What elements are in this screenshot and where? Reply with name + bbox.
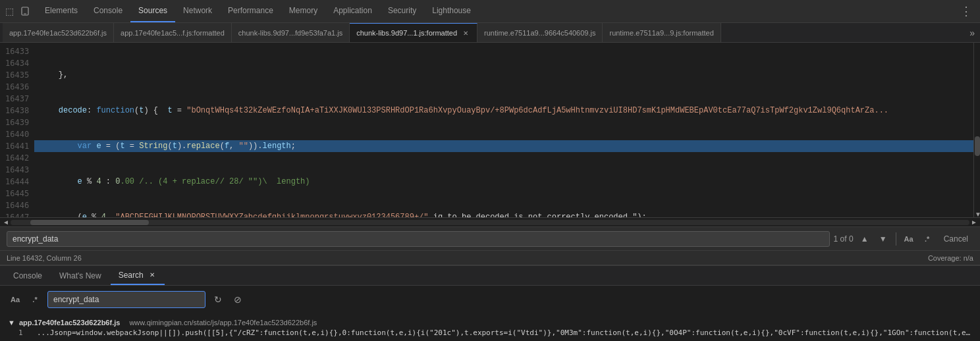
code-editor[interactable]: }, decode: function(t) { t = "bOnqtWHqs4…	[34, 43, 973, 217]
line-numbers: 16433 16434 16435 16436 16437 16438 1643…	[0, 43, 34, 217]
file-tab-1[interactable]: app.17e40fe1ac5...f.js:formatted	[114, 23, 232, 42]
file-tab-3[interactable]: chunk-libs.9d97...1.js:formatted ✕	[350, 23, 477, 42]
editor-scrollbar-horizontal[interactable]: ◄ ►	[0, 217, 980, 226]
bottom-search-input[interactable]	[47, 291, 205, 308]
code-line-16436: e % 4 : 0.00 /.. (4 + replace// 28/ "")\…	[34, 176, 973, 188]
tab-performance[interactable]: Performance	[220, 0, 281, 22]
tab-lighthouse[interactable]: Lighthouse	[424, 0, 479, 22]
editor-area: 16433 16434 16435 16436 16437 16438 1643…	[0, 43, 980, 217]
tab-application[interactable]: Application	[325, 0, 380, 22]
devtools-icon-inspect[interactable]: ⬚	[3, 5, 16, 18]
scroll-right-arrow[interactable]: ►	[969, 218, 979, 227]
find-cancel-button[interactable]: Cancel	[939, 232, 973, 246]
code-line-16435: var e = (t = String(t).replace(f, "")).l…	[34, 140, 973, 152]
tab-console[interactable]: Console	[86, 0, 130, 22]
find-input[interactable]	[7, 231, 830, 247]
find-separator-1	[896, 232, 896, 246]
search-result-file[interactable]: ▼ app.17e40fe1ac523d622b6f.js www.qiming…	[8, 319, 972, 327]
devtools-icon-mobile[interactable]	[18, 5, 32, 18]
coverage-status: Coverage: n/a	[928, 254, 973, 262]
settings-icon[interactable]: ⋮	[960, 4, 977, 18]
bottom-search-clear-button[interactable]: ⊘	[231, 292, 245, 307]
scrollbar-track-horizontal[interactable]	[11, 220, 969, 225]
find-prev-button[interactable]: ▲	[858, 232, 872, 246]
search-results: ▼ app.17e40fe1ac523d622b6f.js www.qiming…	[0, 316, 980, 341]
scroll-left-arrow[interactable]: ◄	[1, 218, 11, 227]
devtools-icons: ⬚	[3, 5, 32, 18]
result-line-text: ...Jsonp=window.webpackJsonp||[]).push([…	[37, 328, 972, 338]
file-tabs-overflow[interactable]: »	[964, 28, 980, 38]
tab-network[interactable]: Network	[175, 0, 220, 22]
file-tab-0[interactable]: app.17e40fe1ac523d622b6f.js	[3, 23, 114, 42]
bottom-search-panel: Aa .* ↻ ⊘	[0, 286, 980, 316]
bottom-tab-whats-new[interactable]: What's New	[51, 266, 109, 285]
bottom-tab-console[interactable]: Console	[5, 266, 50, 285]
tab-security[interactable]: Security	[380, 0, 424, 22]
find-match-case-button[interactable]: Aa	[902, 232, 916, 246]
scrollbar-thumb-vertical[interactable]	[975, 136, 980, 156]
tab-sources[interactable]: Sources	[130, 0, 175, 22]
bottom-panel: Console What's New Search ✕ Aa .* ↻ ⊘ ▼ …	[0, 265, 980, 341]
file-tab-4[interactable]: runtime.e7511a9...9664c540609.js	[477, 23, 603, 42]
file-tab-2[interactable]: chunk-libs.9d97...fd9e53fa7a1.js	[232, 23, 350, 42]
code-line-16433: },	[34, 69, 973, 81]
bottom-tab-search-close[interactable]: ✕	[148, 271, 157, 280]
scroll-down-arrow[interactable]: ▼	[975, 211, 980, 217]
bottom-search-row: Aa .* ↻ ⊘	[8, 291, 972, 308]
bottom-tabs: Console What's New Search ✕	[0, 266, 980, 286]
scrollbar-thumb-horizontal[interactable]	[30, 220, 149, 225]
status-bar: Line 16432, Column 26 Coverage: n/a	[0, 250, 980, 265]
search-result-line-1[interactable]: 1 ...Jsonp=window.webpackJsonp||[]).push…	[18, 328, 972, 338]
top-nav-bar: ⬚ Elements Console Sources Network Perfo…	[0, 0, 980, 23]
code-line-16434: decode: function(t) { t = "bOnqtWHqs4t32…	[34, 105, 973, 117]
find-next-button[interactable]: ▼	[876, 232, 890, 246]
file-tab-close-3[interactable]: ✕	[461, 28, 470, 38]
tab-memory[interactable]: Memory	[281, 0, 325, 22]
find-regex-button[interactable]: .*	[920, 232, 935, 246]
tab-elements[interactable]: Elements	[37, 0, 86, 22]
find-toolbar: 1 of 0 ▲ ▼ Aa .* Cancel	[0, 226, 980, 250]
result-file-url: www.qimingpian.cn/static/js/app.17e40fe1…	[129, 319, 317, 327]
bottom-tab-search[interactable]: Search ✕	[111, 266, 165, 285]
bottom-search-refresh-button[interactable]: ↻	[211, 292, 225, 307]
cursor-position: Line 16432, Column 26	[7, 254, 82, 262]
file-tab-5[interactable]: runtime.e7511a9...9.js:formatted	[603, 23, 721, 42]
top-nav-tabs: Elements Console Sources Network Perform…	[37, 0, 479, 22]
find-count: 1 of 0	[834, 234, 854, 244]
result-line-number: 1	[18, 328, 32, 338]
code-line-16437: (e % 4 "ABCDEFGHIJKLMNOPQRSTUVWXYZabcdef…	[34, 211, 973, 217]
file-tabs-bar: app.17e40fe1ac523d622b6f.js app.17e40fe1…	[0, 23, 980, 43]
bottom-regex-button[interactable]: .*	[28, 292, 42, 307]
editor-scrollbar-vertical[interactable]: ▼	[973, 43, 980, 217]
result-file-arrow: ▼	[8, 319, 15, 327]
bottom-match-case-button[interactable]: Aa	[8, 292, 22, 307]
